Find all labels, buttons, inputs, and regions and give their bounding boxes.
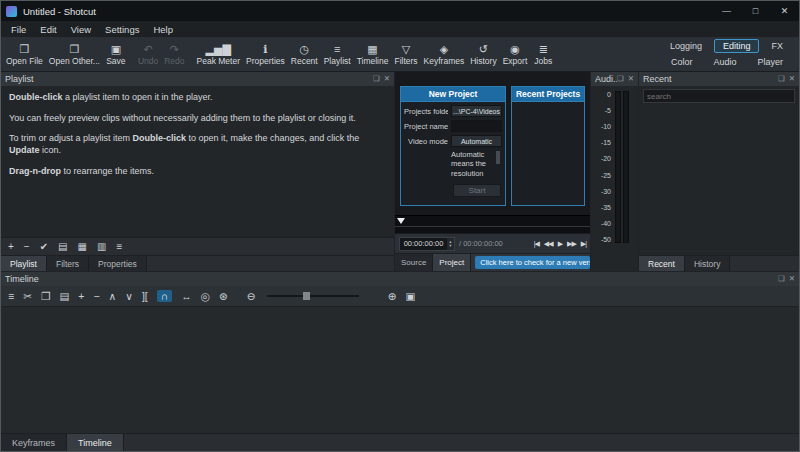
ripple-icon[interactable]: ◎ <box>201 291 210 302</box>
check-version-button[interactable]: Click here to check for a new versi... <box>475 256 590 269</box>
view-details-icon[interactable]: ▤ <box>58 242 67 252</box>
layout-tab-player[interactable]: Player <box>748 55 792 69</box>
playlist-update-icon[interactable]: ✔ <box>40 242 48 252</box>
timeline-button[interactable]: ▦ Timeline <box>354 42 392 67</box>
zoom-fit-icon[interactable]: ▣ <box>405 291 415 302</box>
history-button[interactable]: ↺ History <box>467 42 499 67</box>
layout-tab-audio[interactable]: Audio <box>704 55 745 69</box>
open-file-button[interactable]: ❒ Open File <box>3 42 46 67</box>
timeline-menu-icon[interactable]: ≡ <box>8 291 14 302</box>
playlist-remove-icon[interactable]: − <box>24 242 30 252</box>
menu-settings[interactable]: Settings <box>98 23 146 36</box>
tab-keyframes[interactable]: Keyframes <box>1 434 67 451</box>
append-icon[interactable]: + <box>78 291 84 302</box>
cut-icon[interactable]: ✂ <box>23 291 32 302</box>
filters-button[interactable]: ▽ Filters <box>391 42 420 67</box>
zoom-slider-handle[interactable] <box>303 292 310 300</box>
close-panel-icon[interactable]: ✕ <box>789 275 795 283</box>
split-icon[interactable]: ][ <box>142 291 148 302</box>
copy-icon[interactable]: ❐ <box>41 291 50 302</box>
tab-filters[interactable]: Filters <box>47 256 89 271</box>
lift-icon[interactable]: ∧ <box>109 291 117 302</box>
properties-button[interactable]: ℹ Properties <box>243 42 288 67</box>
fast-forward-icon[interactable]: ▶▶ <box>567 240 576 248</box>
spinner-arrows[interactable]: ▴ ▾ <box>447 238 454 250</box>
titlebar: Untitled - Shotcut — □ ✕ <box>1 1 799 21</box>
main-toolbar: ❒ Open File ❐ Open Other... ▣ Save ↶ Und… <box>1 37 799 72</box>
tab-project[interactable]: Project <box>433 254 471 271</box>
ripple-delete-icon[interactable]: − <box>93 291 99 302</box>
maximize-button[interactable]: □ <box>741 1 770 21</box>
seek-bar[interactable] <box>395 215 590 233</box>
bottom-dock-tabs: Keyframes Timeline <box>1 433 799 451</box>
peak-meter-button[interactable]: ▂▅▇ Peak Meter <box>194 42 243 67</box>
float-panel-icon[interactable]: ❏ <box>617 75 624 83</box>
play-icon[interactable]: ▶ <box>558 240 562 248</box>
tab-timeline[interactable]: Timeline <box>67 434 124 451</box>
export-icon: ◉ <box>510 43 520 56</box>
current-time-spinner[interactable]: 00:00:00:00 ▴ ▾ <box>399 237 455 251</box>
search-input[interactable] <box>643 89 795 103</box>
view-tiles-icon[interactable]: ▥ <box>97 242 106 252</box>
tab-source[interactable]: Source <box>395 254 433 271</box>
overwrite-icon[interactable]: ∨ <box>125 291 133 302</box>
close-panel-icon[interactable]: ✕ <box>384 75 390 83</box>
recent-button[interactable]: ◷ Recent <box>288 42 321 67</box>
float-panel-icon[interactable]: ❏ <box>778 275 785 283</box>
keyframes-button[interactable]: ◈ Keyframes <box>421 42 468 67</box>
redo-button[interactable]: ↷ Redo <box>161 42 187 67</box>
save-button[interactable]: ▣ Save <box>103 42 129 67</box>
export-button[interactable]: ◉ Export <box>500 42 531 67</box>
minimize-button[interactable]: — <box>712 1 741 21</box>
tab-playlist[interactable]: Playlist <box>1 256 47 271</box>
snap-icon[interactable]: ∩ <box>157 290 173 303</box>
open-other-button[interactable]: ❐ Open Other... <box>46 42 103 67</box>
layout-tab-editing[interactable]: Editing <box>714 39 760 53</box>
spin-down-icon[interactable]: ▾ <box>449 244 451 248</box>
recent-icon: ◷ <box>299 43 309 56</box>
menu-file[interactable]: File <box>4 23 33 36</box>
zoom-in-icon[interactable]: ⊕ <box>388 291 397 302</box>
layout-tab-fx[interactable]: FX <box>762 39 792 53</box>
video-mode-button[interactable]: Automatic <box>451 135 502 147</box>
float-panel-icon[interactable]: ❏ <box>778 75 785 83</box>
projects-folder-button[interactable]: ...\PC-4\Videos <box>451 105 502 117</box>
menu-view[interactable]: View <box>64 23 98 36</box>
ripple-all-tracks-icon[interactable]: ⊛ <box>219 291 228 302</box>
right-dock-tabs: Recent History <box>639 255 799 271</box>
float-panel-icon[interactable]: ❏ <box>373 75 380 83</box>
start-button[interactable]: Start <box>453 184 501 197</box>
close-button[interactable]: ✕ <box>770 1 799 21</box>
rewind-icon[interactable]: ◀◀ <box>544 240 553 248</box>
view-icons-icon[interactable]: ▦ <box>78 242 87 252</box>
tab-recent[interactable]: Recent <box>639 256 685 271</box>
menu-help[interactable]: Help <box>146 23 180 36</box>
playlist-add-icon[interactable]: + <box>8 242 14 252</box>
layout-tab-color[interactable]: Color <box>662 55 702 69</box>
redo-icon: ↷ <box>170 43 179 56</box>
zoom-out-icon[interactable]: ⊖ <box>247 291 256 302</box>
tab-properties[interactable]: Properties <box>89 256 147 271</box>
playhead-marker[interactable] <box>397 218 405 224</box>
layout-tab-logging[interactable]: Logging <box>661 39 711 53</box>
project-name-input[interactable] <box>451 120 502 132</box>
tab-history[interactable]: History <box>685 256 730 271</box>
scrub-while-dragging-icon[interactable]: ↔ <box>181 291 192 302</box>
meter-bar-left <box>615 91 621 243</box>
player-tabs: Source Project Click here to check for a… <box>395 253 590 271</box>
playlist-button[interactable]: ≡ Playlist <box>321 42 354 67</box>
jobs-button[interactable]: ≣ Jobs <box>530 42 556 67</box>
zoom-slider[interactable] <box>267 290 359 302</box>
paste-icon[interactable]: ▤ <box>59 291 69 302</box>
player-panel: New Project Projects folder ...\PC-4\Vid… <box>395 72 591 271</box>
menu-edit[interactable]: Edit <box>33 23 63 36</box>
undo-button[interactable]: ↶ Undo <box>135 42 161 67</box>
close-panel-icon[interactable]: ✕ <box>789 75 795 83</box>
close-panel-icon[interactable]: ✕ <box>628 75 634 83</box>
skip-to-end-icon[interactable]: ▶| <box>581 240 586 248</box>
skip-to-start-icon[interactable]: |◀ <box>534 240 539 248</box>
playlist-menu-icon[interactable]: ≡ <box>116 242 122 252</box>
description-scrollbar[interactable] <box>496 151 500 164</box>
current-time-value[interactable]: 00:00:00:00 <box>400 238 447 250</box>
playlist-help-line-1: Double-click a playlist item to open it … <box>9 92 386 104</box>
